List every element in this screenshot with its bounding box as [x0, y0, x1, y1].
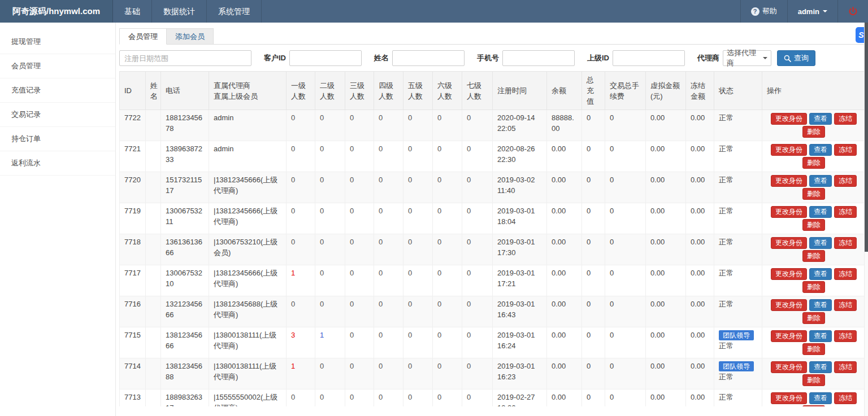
cell-parent: |13812345666(上级代理商)	[209, 203, 287, 234]
freeze-button[interactable]: 冻结	[834, 361, 857, 373]
nav-item-2[interactable]: 系统管理	[207, 0, 262, 23]
level-count: 0	[379, 113, 383, 122]
sidebar-item-0[interactable]: 提现管理	[0, 30, 115, 54]
register-date: 2019-03-01	[497, 237, 542, 247]
column-header-2: 电话	[161, 72, 209, 110]
view-button[interactable]: 查看	[809, 206, 832, 218]
phone-input[interactable]	[502, 50, 575, 66]
delete-button[interactable]: 删除	[802, 250, 825, 262]
sidebar-item-2[interactable]: 充值记录	[0, 78, 115, 103]
cell-phone: 13812345666	[161, 327, 209, 358]
level-count-link[interactable]: 1	[291, 362, 295, 370]
change-identity-button[interactable]: 更改身份	[771, 175, 807, 187]
cell-level7-count: 0	[462, 141, 493, 172]
cell-id: 7713	[120, 389, 146, 407]
freeze-button[interactable]: 冻结	[834, 392, 857, 404]
freeze-button[interactable]: 冻结	[834, 206, 857, 218]
register-date-range-input[interactable]	[119, 50, 251, 66]
level-count-link[interactable]: 1	[291, 269, 295, 277]
logout-button[interactable]	[837, 0, 868, 23]
tab-add-member[interactable]: 添加会员	[167, 28, 214, 45]
view-button[interactable]: 查看	[809, 268, 832, 280]
cell-phone: 13812345688	[161, 358, 209, 389]
change-identity-button[interactable]: 更改身份	[771, 144, 807, 156]
sidebar-item-1[interactable]: 会员管理	[0, 54, 115, 78]
delete-button[interactable]: 删除	[802, 126, 825, 138]
view-button[interactable]: 查看	[809, 144, 832, 156]
delete-button[interactable]: 删除	[802, 405, 825, 406]
freeze-button[interactable]: 冻结	[834, 299, 857, 311]
register-date: 2019-03-01	[497, 205, 542, 216]
delete-button[interactable]: 删除	[802, 312, 825, 324]
scrollbar-thumb[interactable]	[865, 23, 868, 252]
search-button[interactable]: 查询	[777, 50, 815, 66]
delete-button[interactable]: 删除	[802, 188, 825, 200]
view-button[interactable]: 查看	[809, 392, 832, 404]
change-identity-button[interactable]: 更改身份	[771, 392, 807, 404]
freeze-button[interactable]: 冻结	[834, 268, 857, 280]
view-button[interactable]: 查看	[809, 113, 832, 125]
table-row: 771813613613666|13006753210(上级会员)0000000…	[120, 234, 865, 265]
cell-balance: 0.00	[547, 389, 582, 407]
register-clock: 16:24	[497, 340, 542, 351]
level-count: 0	[408, 144, 412, 153]
cell-level6-count: 0	[433, 265, 462, 296]
register-clock: 13:26	[497, 402, 542, 406]
sidebar-item-4[interactable]: 持仓订单	[0, 127, 115, 151]
cell-name	[146, 389, 161, 407]
tab-member-management[interactable]: 会员管理	[119, 28, 167, 45]
level-count-link[interactable]: 3	[291, 331, 295, 339]
delete-button[interactable]: 删除	[802, 157, 825, 169]
cell-parent: |13812345688(上级代理商)	[209, 296, 287, 327]
view-button[interactable]: 查看	[809, 299, 832, 311]
change-identity-button[interactable]: 更改身份	[771, 206, 807, 218]
level-count: 0	[467, 362, 471, 370]
freeze-button[interactable]: 冻结	[834, 175, 857, 187]
change-identity-button[interactable]: 更改身份	[771, 268, 807, 280]
search-button-label: 查询	[794, 53, 809, 63]
cell-name	[146, 141, 161, 172]
change-identity-button[interactable]: 更改身份	[771, 330, 807, 342]
level-count: 0	[320, 269, 324, 277]
level-count: 0	[350, 144, 354, 153]
delete-button[interactable]: 删除	[802, 219, 825, 231]
change-identity-button[interactable]: 更改身份	[771, 113, 807, 125]
cell-parent: |15555550002(上级代理商)	[209, 389, 287, 407]
level-count: 0	[379, 362, 383, 370]
name-input[interactable]	[392, 50, 465, 66]
delete-button[interactable]: 删除	[802, 374, 825, 386]
customer-id-input[interactable]	[289, 50, 362, 66]
team-leader-badge: 团队领导	[719, 361, 754, 371]
table-row: 771913006753211|13812345666(上级代理商)000000…	[120, 203, 865, 234]
user-menu[interactable]: admin	[787, 0, 837, 23]
change-identity-button[interactable]: 更改身份	[771, 237, 807, 249]
delete-button[interactable]: 删除	[802, 281, 825, 293]
level-count: 0	[437, 207, 441, 215]
freeze-button[interactable]: 冻结	[834, 237, 857, 249]
nav-item-0[interactable]: 基础	[113, 0, 152, 23]
level-count: 0	[320, 300, 324, 308]
sidebar-item-5[interactable]: 返利流水	[0, 151, 115, 176]
nav-item-1[interactable]: 数据统计	[152, 0, 207, 23]
help-button[interactable]: ? 帮助	[740, 0, 787, 23]
delete-button[interactable]: 删除	[802, 343, 825, 355]
freeze-button[interactable]: 冻结	[834, 144, 857, 156]
view-button[interactable]: 查看	[809, 361, 832, 373]
change-identity-button[interactable]: 更改身份	[771, 299, 807, 311]
cell-level3-count: 0	[345, 358, 374, 389]
sidebar-item-3[interactable]: 交易记录	[0, 103, 115, 127]
level-count: 0	[408, 176, 412, 184]
agent-select[interactable]: 选择代理商	[723, 50, 771, 66]
cell-level4-count: 0	[374, 234, 403, 265]
level-count-link[interactable]: 1	[320, 331, 324, 339]
freeze-button[interactable]: 冻结	[834, 330, 857, 342]
freeze-button[interactable]: 冻结	[834, 113, 857, 125]
view-button[interactable]: 查看	[809, 237, 832, 249]
cell-balance: 0.00	[547, 234, 582, 265]
cell-register-time: 2020-08-2622:30	[493, 141, 547, 172]
view-button[interactable]: 查看	[809, 175, 832, 187]
view-button[interactable]: 查看	[809, 330, 832, 342]
parent-id-input[interactable]	[613, 50, 685, 66]
change-identity-button[interactable]: 更改身份	[771, 361, 807, 373]
column-header-14: 交易总手续费	[605, 72, 646, 110]
